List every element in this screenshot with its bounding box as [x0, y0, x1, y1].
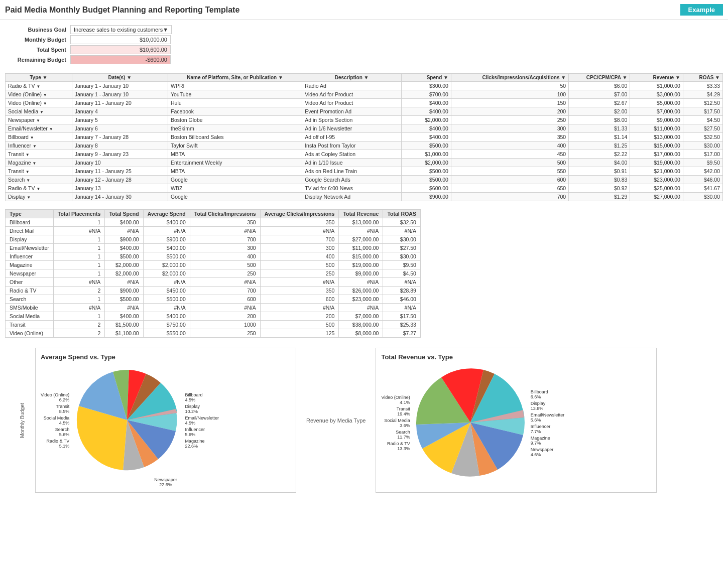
dropdown-icon[interactable]: ▼ [36, 118, 40, 123]
dropdown-icon[interactable]: ▼ [43, 93, 47, 97]
cell-col-7: $25,000.00 [630, 184, 683, 193]
example-badge: Example [680, 4, 723, 16]
dropdown-icon[interactable]: ▼ [40, 110, 44, 114]
dropdown-icon[interactable]: ▼ [26, 153, 30, 157]
cell-col-1: January 11 - January 25 [72, 167, 168, 176]
type-cell: Newspaper ▼ [6, 116, 72, 124]
sum-cell-7: #N/A [383, 278, 421, 287]
col-header-cpc[interactable]: CPC/CPM/CPA ▼ [569, 74, 630, 82]
legend-item: Search 5.6% [41, 427, 69, 437]
sum-cell-0: Newspaper [6, 269, 54, 278]
cell-col-1: January 8 [72, 142, 168, 150]
legend-item: Social Media 4.5% [41, 415, 69, 426]
cell-col-4: $500.00 [402, 142, 451, 150]
dropdown-icon[interactable]: ▼ [49, 127, 53, 131]
table-row: Billboard ▼January 7 - January 28Boston … [6, 133, 723, 142]
col-header-name[interactable]: Name of Platform, Site, or Publication ▼ [168, 74, 302, 82]
legend-item: Radio & TV 5.1% [41, 439, 69, 449]
cell-col-3: Ads on Red Line Train [302, 167, 402, 176]
dropdown-icon[interactable]: ▼ [36, 187, 40, 191]
cell-col-3: Radio Ad [302, 82, 402, 90]
sum-cell-4: #N/A [190, 304, 260, 312]
dropdown-icon[interactable]: ▼ [26, 178, 30, 183]
sum-cell-3: #N/A [143, 227, 190, 235]
col-header-desc[interactable]: Description ▼ [302, 74, 402, 82]
cell-col-3: Event Promotion Ad [302, 107, 402, 116]
type-cell: Radio & TV ▼ [6, 184, 72, 193]
cell-col-6: $6.00 [569, 82, 630, 90]
dropdown-icon[interactable]: ▼ [26, 170, 30, 174]
page: { "header": { "title": "Paid Media Month… [0, 0, 728, 561]
cell-col-2: WPRI [168, 82, 302, 90]
cell-col-3: Video Ad for Product [302, 90, 402, 99]
sum-col-clicks: Total Clicks/Impressions [190, 210, 260, 218]
cell-col-5: 300 [451, 124, 568, 133]
cell-col-5: 700 [451, 193, 568, 201]
type-cell: Magazine ▼ [6, 159, 72, 167]
sum-cell-2: #N/A [105, 304, 143, 312]
type-cell: Social Media ▼ [6, 107, 72, 116]
cell-col-6: $7.00 [569, 90, 630, 99]
col-header-date[interactable]: Date(s) ▼ [72, 74, 168, 82]
sum-col-avg-clicks: Average Clicks/Impressions [260, 210, 339, 218]
sum-cell-1: 2 [53, 287, 105, 295]
dropdown-icon[interactable]: ▼ [36, 84, 40, 89]
avg-spend-chart: Average Spend vs. Type Video (Online) 6.… [35, 348, 296, 493]
revenue-legend-right: Billboard 6.6%Display 13.8%Email/Newslet… [531, 388, 565, 459]
sum-cell-7: #N/A [383, 227, 421, 235]
avg-spend-bottom-legend: Newspaper 22.6% [41, 477, 291, 487]
business-goal-value[interactable]: Increase sales to existing customers ▼ [70, 25, 172, 34]
cell-col-3: Ad in 1/10 Issue [302, 159, 402, 167]
cell-col-5: 350 [451, 133, 568, 142]
cell-col-8: $41.67 [683, 184, 722, 193]
dropdown-icon[interactable]: ▼ [33, 144, 37, 149]
sum-cell-5: 500 [260, 321, 339, 329]
dropdown-icon[interactable]: ▼ [27, 195, 31, 200]
type-value: Radio & TV [8, 83, 35, 89]
sum-cell-6: $8,000.00 [339, 329, 383, 338]
cell-col-4: $400.00 [402, 133, 451, 142]
revenue-pie [413, 365, 528, 481]
summary-table-body: Billboard1$400.00$400.00350350$13,000.00… [6, 218, 421, 338]
table-row: Search ▼January 12 - January 28GoogleGoo… [6, 176, 723, 184]
sum-cell-5: 400 [260, 252, 339, 261]
col-header-revenue[interactable]: Revenue ▼ [630, 74, 683, 82]
sum-cell-3: #N/A [143, 304, 190, 312]
sum-cell-7: $28.89 [383, 287, 421, 295]
dropdown-icon[interactable]: ▼ [32, 161, 36, 166]
sum-cell-4: 300 [190, 244, 260, 252]
sum-cell-5: 300 [260, 244, 339, 252]
revenue-content: Video (Online) 4.1%Transit 19.4%Social M… [381, 365, 651, 481]
sum-cell-4: #N/A [190, 227, 260, 235]
dropdown-icon[interactable]: ▼ [30, 135, 34, 140]
sum-cell-7: $17.50 [383, 312, 421, 321]
cell-col-1: January 10 [72, 159, 168, 167]
col-header-clicks[interactable]: Clicks/Impressions/Acquisitions ▼ [451, 74, 568, 82]
col-header-spend[interactable]: Spend ▼ [402, 74, 451, 82]
cell-col-7: $3,000.00 [630, 90, 683, 99]
sum-cell-0: Search [6, 295, 54, 304]
sum-cell-5: #N/A [260, 278, 339, 287]
sum-cell-5: 250 [260, 269, 339, 278]
cell-col-6: $1.25 [569, 142, 630, 150]
charts-section: Monthly Budget Average Spend vs. Type Vi… [0, 343, 728, 498]
col-header-roas[interactable]: ROAS ▼ [683, 74, 722, 82]
cell-col-2: Entertainment Weekly [168, 159, 302, 167]
cell-col-8: $17.50 [683, 107, 722, 116]
sum-cell-0: Video (Online) [6, 329, 54, 338]
sum-cell-5: 350 [260, 287, 339, 295]
col-header-type[interactable]: Type ▼ [6, 74, 72, 82]
sum-col-placements: Total Placements [53, 210, 105, 218]
sum-cell-5: 500 [260, 261, 339, 269]
cell-col-7: $9,000.00 [630, 116, 683, 124]
cell-col-6: $0.83 [569, 176, 630, 184]
dropdown-icon[interactable]: ▼ [43, 101, 47, 106]
legend-item: Video (Online) 6.2% [41, 392, 69, 402]
sum-cell-5: 350 [260, 218, 339, 227]
summary-table-wrapper: Type Total Placements Total Spend Averag… [0, 209, 728, 338]
rev-legend-item: Video (Online) 4.1% [381, 395, 410, 405]
monthly-budget-label: Monthly Budget [20, 403, 25, 438]
table-row: Transit ▼January 11 - January 25MBTAAds … [6, 167, 723, 176]
type-cell: Transit ▼ [6, 150, 72, 159]
sum-cell-2: $1,100.00 [105, 329, 143, 338]
